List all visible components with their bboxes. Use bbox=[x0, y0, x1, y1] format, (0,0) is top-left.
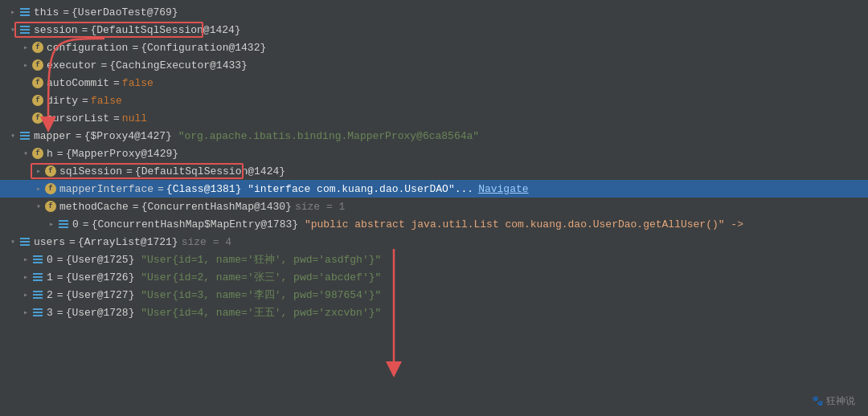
methodcache-row[interactable]: f methodCache = {ConcurrentHashMap@1430}… bbox=[0, 198, 868, 215]
type-label: {User@1727} bbox=[66, 289, 135, 301]
svg-rect-9 bbox=[59, 220, 68, 222]
equals-sign: = bbox=[113, 112, 120, 124]
var-name: dirty bbox=[47, 95, 78, 107]
expand-arrow[interactable] bbox=[32, 165, 45, 177]
svg-rect-6 bbox=[20, 132, 30, 133]
users-1-row[interactable]: 1 = {User@1726} "User{id=2, name='张三', p… bbox=[0, 268, 868, 286]
string-value: "User{id=4, name='王五', pwd='zxcvbn'}" bbox=[134, 305, 381, 320]
type-label: {ConcurrentHashMap$MapEntry@1783} bbox=[92, 218, 298, 230]
tree-container[interactable]: this = {UserDaoTest@769} session = {Defa… bbox=[0, 0, 868, 416]
equals-sign: = bbox=[133, 201, 139, 213]
value-label: false bbox=[91, 95, 122, 107]
svg-rect-22 bbox=[33, 294, 43, 296]
expand-arrow[interactable] bbox=[6, 6, 19, 18]
svg-rect-2 bbox=[20, 14, 30, 16]
list-icon bbox=[58, 218, 69, 230]
type-label: {User@1725} bbox=[66, 254, 135, 266]
users-0-row[interactable]: 0 = {User@1725} "User{id=1, name='狂神', p… bbox=[0, 251, 868, 268]
var-name: configuration bbox=[47, 42, 128, 54]
expand-arrow[interactable] bbox=[32, 182, 45, 195]
svg-rect-10 bbox=[59, 223, 68, 225]
svg-rect-1 bbox=[20, 11, 30, 13]
type-label: {User@1728} bbox=[66, 307, 135, 319]
expand-arrow bbox=[19, 112, 32, 124]
expand-arrow[interactable] bbox=[19, 253, 32, 266]
executor-row[interactable]: f executor = {CachingExecutor@1433} bbox=[0, 56, 868, 74]
string-value: "interface com.kuang.dao.UserDAO"... bbox=[241, 183, 473, 195]
list-icon bbox=[19, 24, 31, 35]
type-label: {DefaultSqlSession@1424} bbox=[90, 24, 240, 36]
this-row[interactable]: this = {UserDaoTest@769} bbox=[0, 3, 868, 21]
users-2-row[interactable]: 2 = {User@1727} "User{id=3, name='李四', p… bbox=[0, 286, 868, 304]
expand-arrow[interactable] bbox=[19, 306, 32, 319]
svg-rect-11 bbox=[59, 226, 68, 228]
equals-sign: = bbox=[126, 165, 133, 177]
string-value: "org.apache.ibatis.binding.MapperProxy@6… bbox=[172, 130, 479, 142]
expand-arrow[interactable] bbox=[19, 288, 32, 301]
users-3-row[interactable]: 3 = {User@1728} "User{id=4, name='王五', p… bbox=[0, 304, 868, 321]
mapper-row[interactable]: mapper = {$Proxy4@1427} "org.apache.ibat… bbox=[0, 127, 868, 145]
var-name: h bbox=[47, 148, 53, 160]
expand-arrow[interactable] bbox=[19, 59, 32, 71]
type-label: {MapperProxy@1429} bbox=[66, 148, 178, 160]
expand-arrow[interactable] bbox=[32, 200, 45, 213]
svg-rect-26 bbox=[33, 315, 43, 316]
field-icon: f bbox=[32, 59, 43, 71]
field-icon: f bbox=[32, 148, 43, 159]
string-value: "User{id=2, name='张三', pwd='abcdef'}" bbox=[134, 270, 381, 284]
expand-arrow[interactable] bbox=[19, 147, 32, 160]
var-name: mapper bbox=[34, 130, 72, 142]
autocommit-row[interactable]: f autoCommit = false bbox=[0, 74, 868, 92]
field-icon: f bbox=[32, 112, 43, 124]
svg-rect-14 bbox=[20, 244, 30, 246]
list-icon bbox=[32, 254, 43, 265]
expand-arrow[interactable] bbox=[6, 129, 19, 142]
expand-arrow[interactable] bbox=[45, 218, 58, 230]
expand-arrow[interactable] bbox=[19, 271, 32, 283]
equals-sign: = bbox=[82, 24, 88, 36]
cursorlist-row[interactable]: f cursorList = null bbox=[0, 109, 868, 127]
svg-rect-12 bbox=[20, 238, 30, 239]
session-row[interactable]: session = {DefaultSqlSession@1424} bbox=[0, 21, 868, 39]
expand-arrow[interactable] bbox=[6, 235, 19, 248]
field-icon: f bbox=[32, 77, 43, 88]
methodcache-0-row[interactable]: 0 = {ConcurrentHashMap$MapEntry@1783} "p… bbox=[0, 215, 868, 233]
equals-sign: = bbox=[83, 218, 89, 230]
debugger-panel: this = {UserDaoTest@769} session = {Defa… bbox=[0, 0, 868, 416]
string-value: "User{id=3, name='李四', pwd='987654'}" bbox=[134, 288, 381, 302]
watermark: 🐾 狂神说 bbox=[812, 394, 855, 408]
expand-arrow[interactable] bbox=[6, 23, 19, 36]
var-name: sqlSession bbox=[59, 165, 122, 177]
type-label: {CachingExecutor@1433} bbox=[109, 59, 248, 71]
equals-sign: = bbox=[57, 254, 63, 266]
mapperinterface-row[interactable]: f mapperInterface = {Class@1381} "interf… bbox=[0, 180, 868, 198]
expand-arrow[interactable] bbox=[19, 41, 32, 54]
svg-rect-13 bbox=[20, 241, 30, 243]
field-icon: f bbox=[45, 183, 56, 194]
svg-rect-23 bbox=[33, 297, 43, 299]
svg-rect-7 bbox=[20, 135, 30, 137]
equals-sign: = bbox=[57, 271, 63, 283]
var-name: executor bbox=[47, 59, 96, 71]
sqlsession-row[interactable]: f sqlSession = {DefaultSqlSession@1424} bbox=[0, 162, 868, 180]
var-name: session bbox=[34, 24, 78, 36]
h-row[interactable]: f h = {MapperProxy@1429} bbox=[0, 145, 868, 162]
svg-rect-15 bbox=[33, 255, 43, 257]
var-name: 0 bbox=[47, 254, 53, 266]
dirty-row[interactable]: f dirty = false bbox=[0, 92, 868, 109]
var-name: autoCommit bbox=[47, 77, 109, 89]
var-name: methodCache bbox=[59, 201, 129, 213]
string-value: "User{id=1, name='狂神', pwd='asdfgh'}" bbox=[134, 252, 381, 267]
var-name: mapperInterface bbox=[59, 183, 154, 195]
users-row[interactable]: users = {ArrayList@1721} size = 4 bbox=[0, 233, 868, 251]
field-icon: f bbox=[45, 165, 56, 177]
value-label: null bbox=[122, 112, 147, 124]
type-label: {Class@1381} bbox=[166, 183, 242, 195]
value-label: false bbox=[122, 77, 154, 89]
var-name: users bbox=[34, 236, 65, 248]
var-name: 2 bbox=[47, 289, 53, 301]
configuration-row[interactable]: f configuration = {Configuration@1432} bbox=[0, 39, 868, 56]
equals-sign: = bbox=[132, 42, 138, 54]
navigate-link[interactable]: Navigate bbox=[478, 183, 528, 195]
type-label: {ConcurrentHashMap@1430} bbox=[141, 201, 292, 213]
